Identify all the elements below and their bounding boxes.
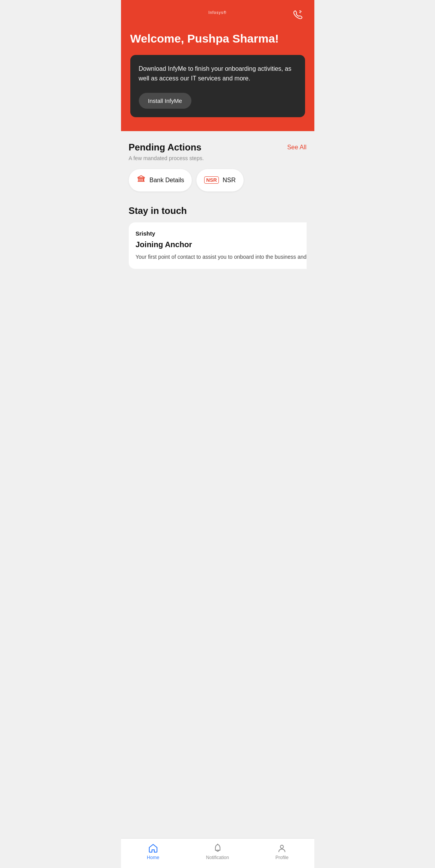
- phone-button[interactable]: [291, 8, 305, 23]
- see-all-link[interactable]: See All: [287, 144, 307, 151]
- contact-role-srishty: Joining Anchor: [136, 240, 307, 249]
- bank-details-chip[interactable]: Bank Details: [129, 169, 192, 191]
- nsr-label: NSR: [223, 177, 236, 184]
- bank-details-label: Bank Details: [150, 177, 184, 184]
- install-infyme-button[interactable]: Install InfyMe: [139, 93, 191, 109]
- stay-in-touch-title: Stay in touch: [129, 205, 307, 216]
- stay-in-touch-section: Stay in touch Srishty Joining Anchor You…: [129, 205, 307, 270]
- nsr-chip[interactable]: NSR NSR: [196, 169, 243, 191]
- action-chips-container: Bank Details NSR NSR: [129, 169, 307, 191]
- nav-notification-label: Notification: [206, 855, 229, 860]
- person-icon: [277, 843, 287, 853]
- bell-icon: [213, 843, 223, 853]
- bottom-nav: Home Notification Profile: [121, 838, 314, 868]
- header-bar: Infosys®: [130, 8, 305, 21]
- phone-icon: [293, 9, 304, 20]
- main-content: Pending Actions See All A few mandated p…: [121, 131, 314, 868]
- nav-notification[interactable]: Notification: [185, 843, 250, 860]
- pending-actions-subtitle: A few mandated process steps.: [129, 155, 307, 161]
- pending-actions-title: Pending Actions: [129, 142, 201, 153]
- infosys-logo: Infosys®: [208, 8, 227, 21]
- welcome-heading: Welcome, Pushpa Sharma!: [130, 32, 305, 46]
- svg-point-1: [280, 845, 283, 848]
- home-icon: [148, 843, 158, 853]
- contact-desc-srishty: Your first point of contact to assist yo…: [136, 253, 307, 261]
- pending-actions-section: Pending Actions See All A few mandated p…: [129, 142, 307, 191]
- hero-section: Infosys® Welcome, Pushpa Sharma! Downloa…: [121, 0, 314, 131]
- nav-profile-label: Profile: [275, 855, 288, 860]
- nav-home-label: Home: [147, 855, 159, 860]
- nsr-badge: NSR: [204, 176, 218, 184]
- contact-cards-container: Srishty Joining Anchor Your first point …: [129, 222, 307, 270]
- pending-actions-header: Pending Actions See All: [129, 142, 307, 153]
- nav-profile[interactable]: Profile: [250, 843, 314, 860]
- bank-icon: [136, 174, 146, 186]
- nav-home[interactable]: Home: [121, 843, 186, 860]
- infyme-banner: Download InfyMe to finish your onboardin…: [130, 55, 305, 117]
- contact-name-srishty: Srishty: [136, 230, 307, 237]
- infyme-banner-text: Download InfyMe to finish your onboardin…: [139, 64, 297, 84]
- contact-card-srishty[interactable]: Srishty Joining Anchor Your first point …: [129, 222, 307, 269]
